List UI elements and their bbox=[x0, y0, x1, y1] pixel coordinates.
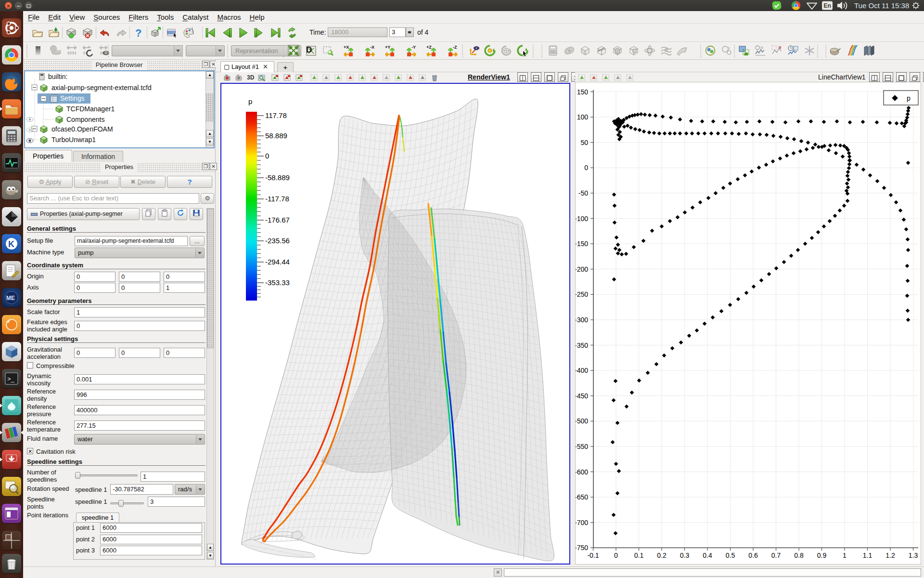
svg-text:0.6: 0.6 bbox=[748, 552, 758, 559]
svg-text:-100: -100 bbox=[576, 215, 588, 223]
svg-text:0.3: 0.3 bbox=[680, 552, 690, 559]
svg-text:-600: -600 bbox=[576, 468, 588, 476]
svg-text:-58.889: -58.889 bbox=[265, 173, 290, 182]
svg-text:+X: +X bbox=[344, 45, 349, 50]
svg-text:-117.78: -117.78 bbox=[265, 195, 289, 203]
svg-text:0: 0 bbox=[614, 552, 618, 559]
svg-text:-294.44: -294.44 bbox=[265, 258, 290, 266]
svg-text:-250: -250 bbox=[576, 290, 588, 298]
svg-text:0.4: 0.4 bbox=[703, 552, 712, 559]
svg-text:D: D bbox=[306, 45, 312, 54]
svg-text:p: p bbox=[907, 94, 911, 102]
svg-text:-0.1: -0.1 bbox=[587, 552, 599, 559]
svg-text:0: 0 bbox=[584, 164, 588, 171]
svg-text:K: K bbox=[8, 239, 14, 249]
svg-text:117.78: 117.78 bbox=[265, 111, 287, 119]
svg-text:-550: -550 bbox=[576, 443, 588, 450]
svg-text:Settings: Settings bbox=[60, 94, 85, 102]
svg-text:0.9: 0.9 bbox=[817, 552, 827, 559]
svg-text:-350: -350 bbox=[576, 342, 588, 349]
svg-text:-300: -300 bbox=[576, 316, 588, 324]
svg-text:-50: -50 bbox=[578, 189, 588, 197]
svg-text:3D: 3D bbox=[247, 74, 255, 81]
svg-text:0.5: 0.5 bbox=[726, 552, 735, 559]
svg-text:1.1: 1.1 bbox=[863, 552, 873, 559]
svg-text:50: 50 bbox=[580, 139, 588, 146]
svg-text:-200: -200 bbox=[576, 265, 588, 273]
svg-text:Components: Components bbox=[66, 116, 104, 123]
svg-text:-235.56: -235.56 bbox=[265, 236, 290, 245]
svg-text:+Y: +Y bbox=[385, 45, 390, 50]
svg-text:0.8: 0.8 bbox=[794, 552, 804, 559]
svg-text:0: 0 bbox=[265, 152, 269, 160]
svg-text:0.2: 0.2 bbox=[657, 552, 667, 559]
svg-text:-700: -700 bbox=[576, 519, 588, 526]
svg-text:-X: -X bbox=[370, 45, 374, 50]
svg-text:+Z: +Z bbox=[426, 45, 432, 50]
svg-text:-Y: -Y bbox=[411, 45, 416, 50]
svg-text:ME: ME bbox=[6, 295, 15, 302]
svg-text:150: 150 bbox=[577, 88, 589, 96]
svg-text:1.3: 1.3 bbox=[909, 552, 918, 559]
svg-text:En: En bbox=[824, 2, 831, 9]
svg-text:-400: -400 bbox=[576, 367, 588, 374]
svg-text:>_: >_ bbox=[7, 375, 15, 382]
svg-text:p: p bbox=[248, 97, 252, 105]
svg-text:builtin:: builtin: bbox=[48, 73, 67, 80]
svg-text:-Z: -Z bbox=[453, 45, 457, 50]
svg-text:-750: -750 bbox=[576, 544, 588, 552]
svg-text:-176.67: -176.67 bbox=[265, 216, 290, 224]
svg-text:1: 1 bbox=[843, 552, 847, 559]
svg-text:-500: -500 bbox=[576, 417, 588, 425]
svg-text:TCFDManager1: TCFDManager1 bbox=[66, 105, 115, 113]
svg-text:0.1: 0.1 bbox=[634, 552, 644, 559]
svg-text:-450: -450 bbox=[576, 392, 588, 400]
svg-text:58.889: 58.889 bbox=[265, 131, 287, 140]
svg-text:100: 100 bbox=[577, 113, 589, 121]
svg-text:-650: -650 bbox=[576, 493, 588, 501]
svg-text:1.2: 1.2 bbox=[886, 552, 895, 559]
svg-text:?: ? bbox=[135, 27, 141, 39]
svg-text:0.7: 0.7 bbox=[771, 552, 781, 559]
svg-text:Tue Oct 11 15:38: Tue Oct 11 15:38 bbox=[854, 1, 909, 10]
svg-text:-150: -150 bbox=[576, 240, 588, 248]
svg-text:-353.33: -353.33 bbox=[265, 278, 290, 287]
svg-text:TurboUnwrap1: TurboUnwrap1 bbox=[51, 136, 96, 144]
svg-text:ofcase0.OpenFOAM: ofcase0.OpenFOAM bbox=[51, 125, 113, 133]
svg-text:axial-pump-segment-external.tc: axial-pump-segment-external.tcfd bbox=[51, 84, 152, 92]
